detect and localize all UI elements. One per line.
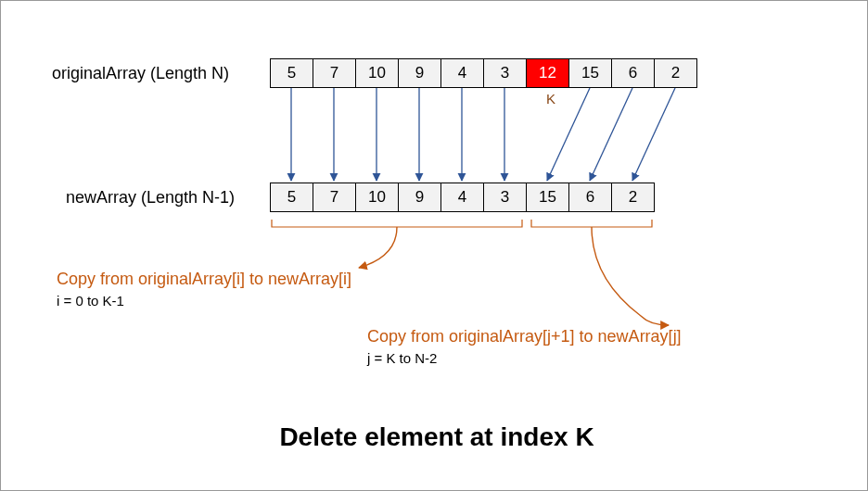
- copy-right-range: j = K to N-2: [367, 350, 437, 366]
- right-caption-arrow: [592, 227, 669, 325]
- new-array: 57109431562: [270, 183, 655, 212]
- new-cell: 6: [568, 183, 612, 212]
- diagram-canvas: originalArray (Length N) 5710943121562 K…: [0, 0, 868, 491]
- new-cell: 7: [313, 183, 356, 212]
- original-array-label: originalArray (Length N): [52, 64, 229, 83]
- right-bracket: [531, 220, 652, 227]
- new-cell: 4: [440, 183, 484, 212]
- original-cell: 4: [440, 58, 484, 88]
- new-cell: 9: [398, 183, 441, 212]
- new-cell: 5: [270, 183, 313, 212]
- new-array-label: newArray (Length N-1): [66, 188, 235, 208]
- original-cell: 15: [568, 58, 612, 88]
- new-cell: 10: [355, 183, 399, 212]
- original-cell: 3: [483, 58, 527, 88]
- copy-left-caption: Copy from originalArray[i] to newArray[i…: [57, 270, 351, 289]
- original-array: 5710943121562: [270, 58, 697, 88]
- original-cell: 5: [270, 58, 313, 88]
- diagram-title: Delete element at index K: [251, 422, 622, 452]
- original-cell: 10: [355, 58, 399, 88]
- left-bracket: [272, 220, 522, 227]
- original-cell: 6: [611, 58, 655, 88]
- copy-right-caption: Copy from originalArray[j+1] to newArray…: [367, 327, 682, 346]
- left-caption-arrow: [359, 227, 397, 268]
- new-cell: 15: [526, 183, 569, 212]
- original-cell: 7: [313, 58, 356, 88]
- original-cell: 9: [398, 58, 441, 88]
- k-index-marker: K: [546, 91, 555, 107]
- new-cell: 3: [483, 183, 527, 212]
- copy-left-range: i = 0 to K-1: [57, 293, 124, 308]
- original-cell: 2: [654, 58, 697, 88]
- original-cell-highlight: 12: [526, 58, 569, 88]
- copy-arrow-right: [632, 88, 675, 181]
- copy-arrow-right: [590, 88, 632, 181]
- new-cell: 2: [611, 183, 655, 212]
